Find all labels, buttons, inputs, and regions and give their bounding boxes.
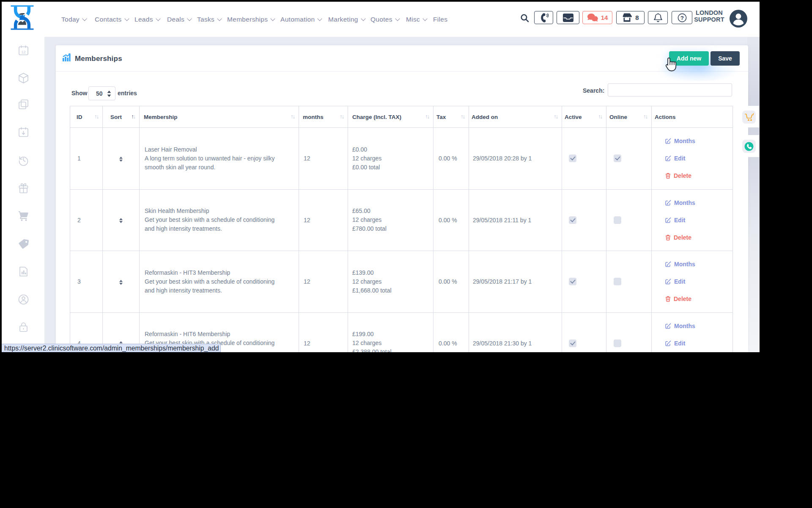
svg-text:?: ? <box>680 14 684 21</box>
svg-text:12: 12 <box>21 49 26 54</box>
